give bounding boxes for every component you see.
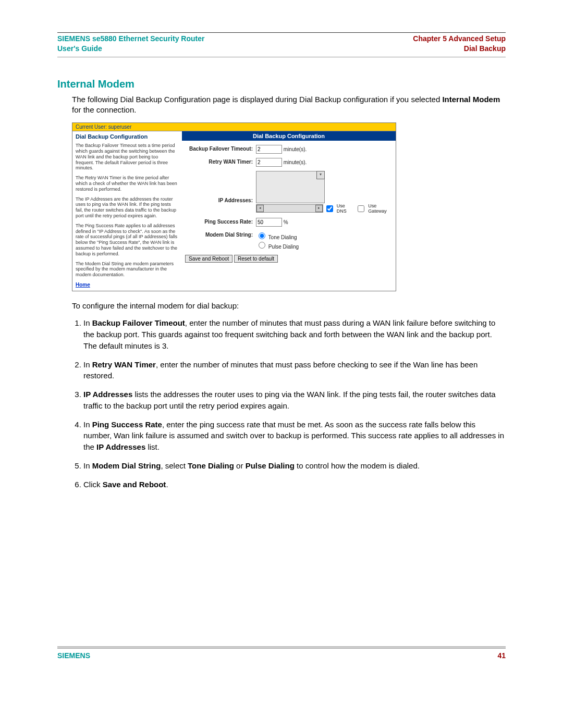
intro-line: The following Dial Backup Configuration … [72, 95, 442, 104]
page-header: SIEMENS se5880 Ethernet Security Router … [57, 34, 506, 54]
ip-scrollbar[interactable]: ◂ ▸ [256, 204, 323, 213]
header-right: Chapter 5 Advanced Setup Dial Backup [413, 34, 506, 54]
failover-input[interactable] [256, 145, 282, 154]
list-item: IP Addresses lists the addresses the rou… [83, 389, 506, 412]
current-user-bar: Current User: superuser [72, 123, 396, 131]
left-pane-title: Dial Backup Configuration [76, 133, 178, 140]
header-right-line2: Dial Backup [413, 44, 506, 54]
reset-default-button[interactable]: Reset to default [234, 255, 278, 263]
page-number: 41 [497, 651, 506, 660]
left-para: The Backup Failover Timeout sets a time … [76, 143, 178, 171]
header-left: SIEMENS se5880 Ethernet Security Router … [57, 34, 204, 54]
intro-text: The following Dial Backup Configuration … [72, 94, 506, 116]
failover-label: Backup Failover Timeout: [185, 145, 256, 152]
header-left-line2: User's Guide [57, 44, 102, 53]
dropdown-icon[interactable]: ▾ [316, 171, 325, 179]
use-gateway-label: Use Gateway [368, 203, 396, 214]
config-form-pane: Dial Backup Configuration Backup Failove… [182, 131, 396, 291]
tone-label: Tone Dialing [268, 235, 297, 240]
form-title: Dial Backup Configuration [182, 131, 396, 141]
dial-label: Modem Dial String: [185, 231, 256, 238]
left-para: The Ping Success Rate applies to all add… [76, 223, 178, 257]
header-right-line1: Chapter 5 Advanced Setup [413, 34, 506, 43]
page-footer: SIEMENS 41 [57, 648, 506, 660]
retry-unit: minute(s). [284, 159, 307, 165]
retry-label: Retry WAN Timer: [185, 158, 256, 165]
section-title: Internal Modem [57, 78, 506, 90]
configure-line: To configure the internal modem for dial… [72, 301, 506, 311]
scroll-right-icon[interactable]: ▸ [315, 205, 323, 212]
save-reboot-button[interactable]: Save and Reboot [185, 255, 232, 263]
list-item: In Retry WAN Timer, enter the number of … [83, 359, 506, 382]
home-link[interactable]: Home [76, 282, 90, 288]
tone-radio[interactable] [259, 232, 265, 239]
use-dns-checkbox[interactable] [326, 205, 333, 212]
retry-input[interactable] [256, 158, 282, 167]
left-para: The Modem Dial String are modem paramete… [76, 261, 178, 278]
list-item: In Modem Dial String, select Tone Dialin… [83, 460, 506, 472]
left-description-pane: Dial Backup Configuration The Backup Fai… [72, 131, 182, 291]
configure-line-text: To configure the internal modem for dial… [72, 301, 506, 311]
pulse-radio[interactable] [259, 242, 265, 249]
header-left-line1: SIEMENS se5880 Ethernet Security Router [57, 34, 204, 43]
use-dns-label: Use DNS [337, 203, 356, 214]
list-item: In Ping Success Rate, enter the ping suc… [83, 419, 506, 453]
intro-after: for the connection. [72, 105, 136, 114]
footer-brand: SIEMENS [57, 651, 90, 660]
ping-input[interactable] [256, 218, 282, 227]
ip-list-box[interactable]: ▾ [256, 171, 325, 203]
list-item: Click Save and Reboot. [83, 479, 506, 490]
intro-bold: Internal Modem [442, 95, 500, 104]
ping-unit: % [284, 219, 288, 225]
pulse-label: Pulse Dialing [268, 244, 299, 250]
config-screenshot: Current User: superuser Dial Backup Conf… [72, 122, 396, 291]
list-item: In Backup Failover Timeout, enter the nu… [83, 317, 506, 351]
left-para: The Retry WAN Timer is the time period a… [76, 175, 178, 192]
ip-label: IP Addresses: [185, 182, 256, 203]
failover-unit: minute(s). [284, 146, 307, 152]
left-para: The IP Addresses are the addresses the r… [76, 196, 178, 219]
ping-label: Ping Success Rate: [185, 218, 256, 225]
use-gateway-checkbox[interactable] [358, 205, 364, 212]
scroll-left-icon[interactable]: ◂ [256, 205, 264, 212]
instruction-list: In Backup Failover Timeout, enter the nu… [72, 317, 506, 490]
